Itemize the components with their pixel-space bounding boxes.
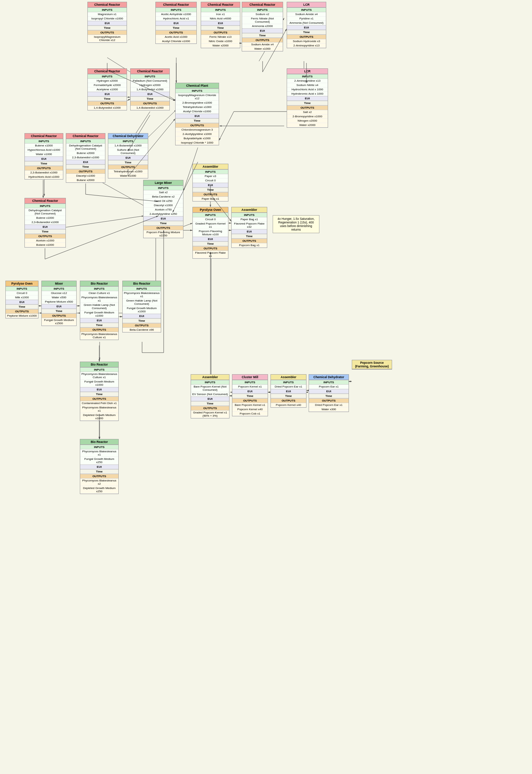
input-item: Salt x2 xyxy=(144,190,183,195)
bio-reactor-node-1: Bio Reactor INPUTS Clean Culture x1 Phyc… xyxy=(80,281,119,340)
outputs-label: OUTPUTS xyxy=(6,309,38,314)
input-item: Milk x1000 xyxy=(6,295,38,300)
inputs-label: INPUTS xyxy=(88,74,127,79)
input-item: Acetic Anhydride x1000 xyxy=(156,12,196,17)
inputs-label: INPUTS xyxy=(193,169,228,174)
node-title-4: Chemical Reactor xyxy=(242,2,283,8)
eut-label: EUt xyxy=(108,155,148,160)
large-mixer-node: Large Mixer INPUTS Salt x2 Beta-Carotene… xyxy=(143,180,183,238)
output-item: 2-Bromopyridine x1000 xyxy=(287,114,328,119)
assembler-node-2: Assembler INPUTS Paper Bag x1 Flavored P… xyxy=(231,207,267,248)
output-item: Popcorn Kernel x40 xyxy=(232,407,268,412)
input-item: 2,3-Butanediol x1000 xyxy=(66,155,105,160)
inputs-label: INPUTS xyxy=(108,139,148,144)
node-title-pyro2: Pyrolyse Oven xyxy=(6,281,38,286)
output-item: Water x1000 xyxy=(242,47,283,51)
inputs-label: INPUTS xyxy=(232,213,267,217)
inputs-label: INPUTS xyxy=(193,213,228,217)
output-item: 1,4-Butanediol x1000 xyxy=(131,106,169,110)
inputs-label: INPUTS xyxy=(156,8,196,12)
outputs-label: OUTPUTS xyxy=(287,105,328,110)
inputs-label: INPUTS xyxy=(80,367,118,372)
eut-label: EUt xyxy=(80,387,118,392)
eut-label: EUt xyxy=(232,229,267,234)
time-label: Time xyxy=(232,234,267,239)
input-item: 2,3-Butanediol x1000 xyxy=(25,220,65,225)
input-item: Hydrobromic Acid x 1000 xyxy=(287,92,328,96)
chem-reactor-node-3: Chemical Reactor INPUTS Iron x1 Nitric A… xyxy=(201,2,240,48)
input-item: Circuit 0 xyxy=(6,291,38,295)
inputs-label: INPUTS xyxy=(25,139,63,144)
input-item: Iron x1 xyxy=(201,12,240,17)
input-item: Bare Popcorn Kernel (Not Consumed) xyxy=(191,385,229,392)
node-title-mixer: Large Mixer xyxy=(144,180,183,186)
input-item: IsopropylMagnesium Chloride x12 xyxy=(176,93,219,101)
input-item: Phycomyces Blakesleeanus x1 xyxy=(80,295,118,303)
diagram-container: Chemical Reactor INPUTS Magnesium x1 Iso… xyxy=(0,0,532,774)
outputs-label: OUTPUTS xyxy=(66,169,105,174)
node-title-source: Popcorn Source (Farming, Greenhouse) xyxy=(352,360,392,369)
output-item: Phycomyces Blakesleeanus Culture x1 xyxy=(80,332,118,340)
chem-dehydrator-node-1: Chemical Dehydrator INPUTS 1,4-Butanedio… xyxy=(108,133,148,178)
output-item: Acetoin x1000 xyxy=(25,239,65,243)
input-item: Hydrogen x2000 xyxy=(131,83,169,87)
lcr-node-1: LCR INPUTS Sodium Amide x4 Pyridine x1 A… xyxy=(287,2,326,48)
time-label: Time xyxy=(156,26,196,30)
output-item: Graded Popcorn Kernel x1 (90% + 3%) xyxy=(191,411,229,418)
outputs-label: OUTPUTS xyxy=(232,398,268,403)
input-item: Paper x3 xyxy=(193,174,228,178)
time-label: Time xyxy=(108,160,148,165)
output-item: Peptone Mixture x1000 xyxy=(6,314,38,318)
input-item: Popcorn Ear x1 xyxy=(309,385,349,389)
input-item: Green Halide Lamp (Not Consumed) xyxy=(123,299,161,306)
output-item: Butane x1000 xyxy=(25,243,65,247)
input-item: 1,4-Butanediol x1000 xyxy=(108,144,148,148)
outputs-label: OUTPUTS xyxy=(25,234,65,239)
output-item: 2,3-Butanediol x1000 xyxy=(25,171,63,175)
input-item: Dehydrogenation Catalyst (Not Consumed) xyxy=(25,208,65,216)
node-title-lcr1: LCR xyxy=(287,2,326,8)
input-item: Fungal Growth Medium x250 xyxy=(80,457,118,465)
input-item: Fungal Growth Medium x1000 xyxy=(123,306,161,314)
output-item: Water x2000 xyxy=(201,44,240,48)
chem-reactor-node-9: Chemical Reactor INPUTS Dehydrogenation … xyxy=(24,198,66,248)
eut-label: EUt xyxy=(287,25,326,30)
time-label: Time xyxy=(232,394,268,398)
time-label: Time xyxy=(80,323,118,327)
input-item: Phycomyces Blakesleeanus Culture x1 xyxy=(80,372,118,380)
output-item: Popcorn Kernel x40 xyxy=(271,403,306,407)
outputs-label: OUTPUTS xyxy=(80,474,118,479)
node-title-bio4: Bio Reactor xyxy=(80,439,118,445)
outputs-label: OUTPUTS xyxy=(232,239,267,243)
input-item: Sodium Amide x4 xyxy=(287,12,326,17)
inputs-label: INPUTS xyxy=(271,380,306,385)
eut-label: EUt xyxy=(88,92,127,96)
output-item: Fungal Growth Medium x1500 xyxy=(42,318,76,326)
bio-reactor-node-4: Bio Reactor INPUTS Phycomyces Blakeslean… xyxy=(80,439,119,494)
time-label: Time xyxy=(287,101,328,105)
outputs-label: OUTPUTS xyxy=(108,165,148,169)
input-item: EV Sensor (Not Consumed) xyxy=(191,392,229,397)
output-item: Water x300 xyxy=(309,407,349,412)
input-item: Butene x1000 xyxy=(25,216,65,220)
time-label: Time xyxy=(191,401,229,406)
output-item: Popcorn Flavoring Mixture x2250 xyxy=(144,230,183,238)
node-title-asm-dried: Assembler xyxy=(271,375,306,380)
input-item: Phycomyces Blakesleanus x1 xyxy=(80,449,118,457)
node-title-asm-graded: Assembler xyxy=(191,375,229,380)
output-item: Phycomyces Blakesleanus x2 xyxy=(80,479,118,486)
inputs-label: INPUTS xyxy=(66,139,105,144)
node-title-7: Chemical Reactor xyxy=(25,133,63,139)
chem-reactor-node-8: Chemical Reactor INPUTS Dehydrogenation … xyxy=(66,133,105,183)
input-item: Hydrochloric Acid x 1000 xyxy=(287,87,328,92)
output-item: Acetic Acid x1000 xyxy=(156,35,196,39)
node-title-mixer1: Mixer xyxy=(42,281,76,286)
node-title-bio3: Bio Reactor xyxy=(80,362,118,367)
time-label: Time xyxy=(131,96,169,101)
outputs-label: OUTPUTS xyxy=(25,166,63,171)
popcorn-source-node: Popcorn Source (Farming, Greenhouse) xyxy=(352,360,392,370)
inputs-label: INPUTS xyxy=(191,380,229,385)
input-item: Formaldehyde x2000 xyxy=(88,83,127,87)
time-label: Time xyxy=(287,30,326,35)
output-item: Water x2000 xyxy=(287,123,328,127)
